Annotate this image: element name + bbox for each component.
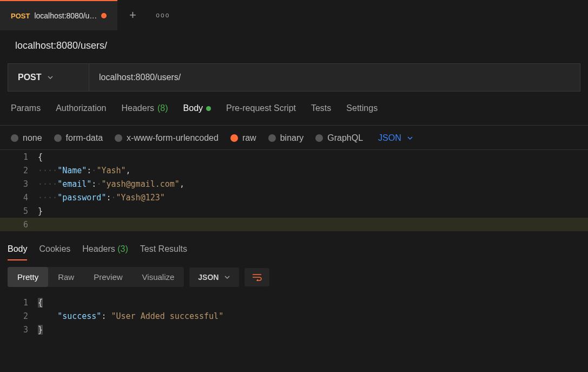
view-pretty[interactable]: Pretty [8, 267, 48, 287]
url-input[interactable] [89, 64, 580, 91]
wrap-lines-button[interactable] [245, 268, 269, 286]
line-number: 6 [0, 220, 38, 230]
line-number: 2 [0, 166, 38, 175]
bodytype-raw[interactable]: raw [230, 133, 256, 143]
method-select[interactable]: POST [8, 64, 89, 91]
tab-headers-label: Headers [122, 103, 154, 113]
content-type-select[interactable]: JSON [378, 133, 413, 143]
response-section: Body Cookies Headers (3) Test Results Pr… [0, 238, 588, 336]
bodytype-formdata[interactable]: form-data [54, 133, 103, 143]
radio-icon [315, 134, 323, 142]
line-number: 1 [0, 152, 38, 162]
tab-prerequest[interactable]: Pre-request Script [226, 103, 296, 120]
response-tabs: Body Cookies Headers (3) Test Results [0, 238, 588, 260]
resp-tab-tests[interactable]: Test Results [140, 244, 187, 260]
request-body-editor[interactable]: 1{ 2····"Name":·"Yash", 3····"email":·"y… [0, 149, 588, 231]
tab-headers[interactable]: Headers (8) [122, 103, 168, 120]
body-indicator-icon [206, 106, 211, 111]
resp-tab-body[interactable]: Body [8, 244, 27, 260]
radio-icon [268, 134, 276, 142]
bodytype-none[interactable]: none [11, 133, 42, 143]
headers-count: (8) [157, 103, 168, 113]
chevron-down-icon [407, 135, 413, 141]
response-format-select[interactable]: JSON [189, 267, 239, 287]
request-tab[interactable]: POST localhost:8080/u… [0, 0, 117, 30]
tab-method-badge: POST [11, 12, 30, 20]
line-number: 5 [0, 206, 38, 216]
body-type-row: none form-data x-www-form-urlencoded raw… [0, 126, 588, 149]
wrap-icon [252, 273, 262, 281]
line-number: 2 [0, 311, 38, 321]
new-tab-button[interactable]: + [117, 8, 148, 22]
tab-body-label: Body [183, 103, 203, 113]
tab-strip: POST localhost:8080/u… + ooo [0, 0, 588, 30]
resp-tab-cookies[interactable]: Cookies [39, 244, 70, 260]
tab-params[interactable]: Params [11, 103, 41, 120]
tab-title: localhost:8080/u… [34, 11, 97, 20]
radio-icon [115, 134, 122, 142]
line-number: 3 [0, 179, 38, 189]
view-raw[interactable]: Raw [48, 267, 84, 287]
tab-authorization[interactable]: Authorization [56, 103, 106, 120]
view-preview[interactable]: Preview [84, 267, 132, 287]
tab-settings[interactable]: Settings [346, 103, 378, 120]
bodytype-xwww[interactable]: x-www-form-urlencoded [115, 133, 219, 143]
tab-tests[interactable]: Tests [311, 103, 331, 120]
line-number: 4 [0, 193, 38, 203]
url-bar: POST [8, 63, 580, 92]
radio-icon [11, 134, 18, 142]
radio-selected-icon [230, 134, 238, 142]
resp-tab-headers[interactable]: Headers (3) [82, 244, 128, 260]
request-header: localhost:8080/users/ [0, 30, 588, 57]
view-visualize[interactable]: Visualize [133, 267, 184, 287]
response-view-row: Pretty Raw Preview Visualize JSON [0, 260, 588, 293]
line-number: 1 [0, 298, 38, 308]
line-number: 3 [0, 325, 38, 335]
radio-icon [54, 134, 62, 142]
bodytype-graphql[interactable]: GraphQL [315, 133, 363, 143]
response-body-viewer[interactable]: 1{ 2 "success": "User Added successful" … [0, 293, 588, 336]
chevron-down-icon [224, 274, 230, 280]
method-label: POST [18, 73, 42, 82]
plus-icon: + [129, 8, 136, 22]
unsaved-dot-icon [101, 13, 107, 18]
bodytype-binary[interactable]: binary [268, 133, 304, 143]
content-type-label: JSON [378, 133, 401, 143]
chevron-down-icon [47, 74, 54, 81]
request-title: localhost:8080/users/ [15, 40, 573, 51]
view-mode-group: Pretty Raw Preview Visualize [8, 267, 184, 287]
request-tabs: Params Authorization Headers (8) Body Pr… [0, 92, 588, 126]
tab-more-button[interactable]: ooo [148, 11, 178, 19]
more-icon: ooo [156, 11, 170, 19]
tab-body[interactable]: Body [183, 103, 211, 120]
